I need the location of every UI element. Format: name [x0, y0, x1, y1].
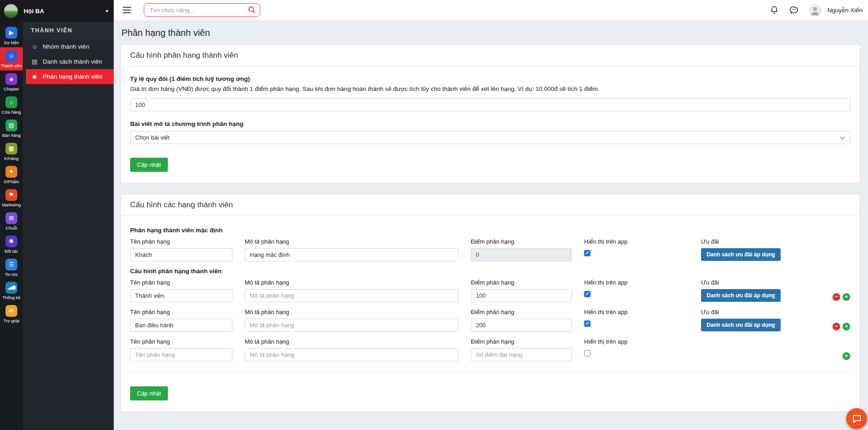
rail-item-chain[interactable]: ⊞ Chuỗi [0, 210, 23, 233]
sidebar-item-member-groups[interactable]: ☺ Nhóm thành viên [23, 39, 114, 54]
card-title: Cấu hình các hạng thành viên [121, 195, 859, 216]
sidebar-item-label: Phân hạng thành viên [43, 73, 102, 80]
card-title: Cấu hình phân hạng thành viên [121, 45, 859, 66]
points-label: Điểm phân hạng [471, 338, 572, 345]
search-input[interactable] [144, 3, 260, 17]
partners-icon: ✱ [5, 235, 17, 247]
rank-desc-input[interactable] [245, 319, 459, 332]
notifications-bell-icon[interactable] [770, 5, 779, 15]
page-title: Phân hạng thành viên [121, 28, 868, 38]
benefit-label: Ưu đãi [701, 279, 819, 286]
warehouse-icon: ▦ [5, 143, 17, 155]
show-on-app-label: Hiển thị trên app [584, 238, 689, 245]
add-rank-icon[interactable]: + [843, 323, 850, 330]
benefit-list-button[interactable]: Danh sách ưu đãi áp dụng [701, 289, 781, 302]
rail-item-marketing[interactable]: ⚑ Marketing [0, 186, 23, 210]
rail-item-label: Bán hàng [2, 133, 21, 138]
rail-item-help[interactable]: ✉ Trợ giúp [0, 302, 23, 325]
sales-icon: ▤ [5, 120, 17, 131]
benefit-label: Ưu đãi [701, 238, 819, 245]
sidebar-item-member-rank[interactable]: ☻ Phân hạng thành viên [26, 69, 114, 84]
rail-item-products[interactable]: ✦ S/Phẩm [0, 163, 23, 186]
rank-points-input[interactable] [471, 319, 572, 332]
show-on-app-label: Hiển thị trên app [584, 338, 689, 345]
update-button[interactable]: Cập nhật [130, 158, 168, 172]
news-icon: ☰ [5, 259, 17, 270]
desc-label: Mô tả phân hạng [245, 309, 459, 315]
rail-item-label: Tin tức [5, 272, 18, 277]
support-chat-fab[interactable] [846, 408, 867, 429]
rail-item-label: K/Hàng [4, 156, 19, 161]
rail-item-events[interactable]: ▶ Sự kiện [0, 24, 23, 47]
desc-label: Mô tả phân hạng [245, 238, 459, 245]
chain-icon: ⊞ [5, 212, 17, 224]
marketing-icon: ⚑ [5, 189, 17, 201]
desc-label: Mô tả phân hạng [245, 279, 459, 286]
article-select[interactable]: Chọn bài viết [130, 131, 850, 144]
user-name[interactable]: Nguyễn Xiển [828, 7, 863, 14]
add-rank-icon[interactable]: + [843, 293, 850, 301]
rail-item-members[interactable]: ☺ Thành viên [0, 47, 23, 70]
rank-name-input[interactable] [130, 319, 232, 332]
chevron-down-icon: ▾ [106, 8, 108, 14]
topbar: Nguyễn Xiển [114, 0, 868, 20]
config-rank-section-title: Cấu hình phân hạng thành viên [130, 268, 850, 275]
rank-points-input[interactable] [471, 289, 572, 302]
remove-rank-icon[interactable]: − [833, 293, 840, 301]
events-icon: ▶ [5, 27, 17, 39]
name-label: Tên phân hạng [130, 309, 232, 315]
rail-item-stats[interactable]: ▂▅▇ Thống kê [0, 279, 23, 302]
app-rail: ▶ Sự kiện ☺ Thành viên ◈ Chapter ⌂ Cửa h… [0, 22, 23, 430]
benefit-list-button[interactable]: Danh sách ưu đãi áp dụng [701, 248, 781, 261]
rank-row: Tên phân hạng Mô tả phân hạng Điểm phân … [130, 238, 850, 261]
rail-item-sales[interactable]: ▤ Bán hàng [0, 117, 23, 140]
rail-item-label: Marketing [2, 202, 21, 207]
rank-desc-input[interactable] [245, 248, 459, 261]
rank-name-input[interactable] [130, 348, 232, 361]
rail-item-store[interactable]: ⌂ Cửa hàng [0, 94, 23, 117]
ratio-input[interactable] [130, 98, 850, 111]
rail-item-label: Sự kiện [4, 40, 19, 45]
rank-desc-input[interactable] [245, 289, 459, 302]
rank-name-input[interactable] [130, 248, 232, 261]
store-icon: ⌂ [5, 96, 17, 108]
menu-toggle-icon[interactable] [123, 10, 131, 10]
messages-chat-icon[interactable] [789, 5, 799, 15]
rail-item-label: Trợ giúp [3, 318, 19, 323]
org-switcher[interactable]: Hội BA ▾ [0, 0, 114, 22]
search-icon[interactable] [247, 5, 256, 15]
show-on-app-checkbox[interactable] [584, 350, 590, 356]
add-rank-icon[interactable]: + [843, 352, 850, 360]
update-button[interactable]: Cập nhật [130, 386, 168, 400]
products-icon: ✦ [5, 166, 17, 178]
name-label: Tên phân hạng [130, 279, 232, 286]
show-on-app-checkbox[interactable] [584, 291, 590, 297]
org-logo [4, 4, 18, 18]
page-content: Phân hạng thành viên Cấu hình phân hạng … [114, 20, 868, 430]
sidebar-section-title: THÀNH VIÊN [23, 22, 114, 39]
rail-item-label: Chuỗi [6, 225, 17, 230]
show-on-app-checkbox[interactable] [584, 250, 590, 256]
member-group-icon: ☺ [31, 43, 38, 50]
function-search [144, 3, 260, 17]
rank-desc-input[interactable] [245, 348, 459, 361]
rail-item-warehouse[interactable]: ▦ K/Hàng [0, 140, 23, 163]
rail-item-partners[interactable]: ✱ Đối tác [0, 233, 23, 256]
sidebar-item-member-list[interactable]: ▤ Danh sách thành viên [23, 54, 114, 69]
show-on-app-checkbox[interactable] [584, 320, 590, 327]
benefit-label: Ưu đãi [701, 309, 819, 315]
remove-rank-icon[interactable]: − [833, 323, 840, 330]
rail-item-label: Thành viên [0, 63, 22, 68]
rank-points-input[interactable] [471, 348, 572, 361]
rank-name-input[interactable] [130, 289, 232, 302]
rail-item-label: Thống kê [2, 295, 20, 300]
name-label: Tên phân hạng [130, 238, 232, 245]
benefit-list-button[interactable]: Danh sách ưu đãi áp dụng [701, 319, 781, 331]
rail-item-news[interactable]: ☰ Tin tức [0, 256, 23, 279]
rail-item-chapter[interactable]: ◈ Chapter [0, 70, 23, 94]
chapter-icon: ◈ [5, 73, 17, 85]
rank-row: Tên phân hạng Mô tả phân hạng Điểm phân … [130, 338, 850, 361]
show-on-app-label: Hiển thị trên app [584, 309, 689, 315]
user-avatar[interactable] [809, 4, 821, 16]
rail-item-label: S/Phẩm [4, 179, 19, 184]
